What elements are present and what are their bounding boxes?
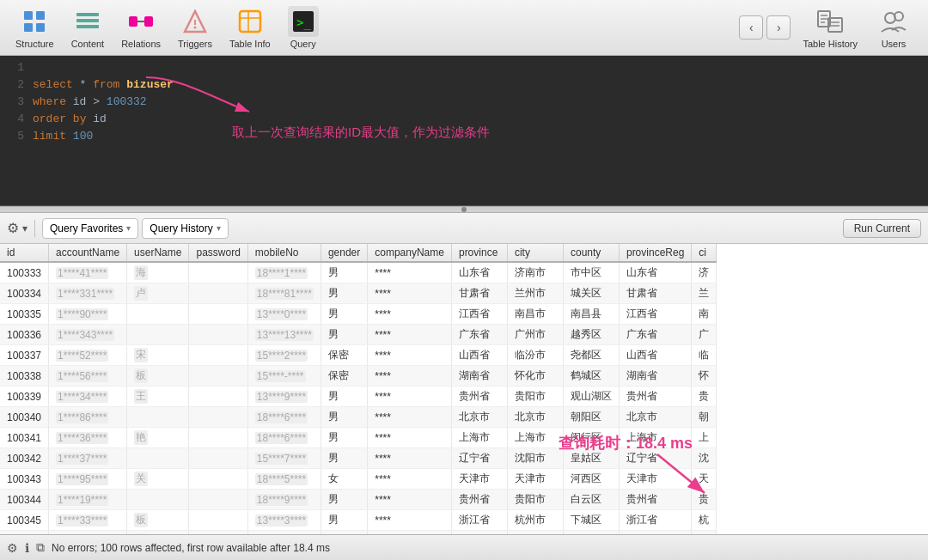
toolbar-relations[interactable]: Relations: [113, 3, 169, 52]
svg-rect-7: [129, 16, 137, 27]
table-cell: 艳: [127, 428, 189, 448]
query-toolbar: ⚙ ▾ Query Favorites ▾ Query History ▾ Ru…: [0, 213, 928, 244]
col-header-ci: ci: [692, 244, 717, 262]
toolbar-users[interactable]: Users: [870, 3, 918, 52]
table-cell: 皇姑区: [563, 448, 619, 469]
run-current-button[interactable]: Run Current: [843, 219, 921, 238]
table-cell: 1****90****: [49, 304, 127, 325]
table-row[interactable]: 1003341****331****卢18****81****男****甘肃省兰…: [0, 283, 717, 304]
query-history-dropdown[interactable]: Query History ▾: [142, 218, 228, 239]
table-cell: 1****95****: [49, 469, 127, 490]
table-cell: 贵州省: [619, 490, 691, 510]
status-copy-icon[interactable]: ⧉: [36, 540, 45, 555]
table-cell: 贵州省: [451, 387, 507, 407]
table-cell: [127, 490, 189, 510]
table-cell: 城关区: [563, 283, 619, 304]
table-row[interactable]: 1003421****37****15****7****男****辽宁省沈阳市皇…: [0, 448, 717, 469]
dropdown-arrow-settings[interactable]: ▾: [22, 222, 27, 234]
table-cell: 关: [127, 469, 189, 490]
table-row[interactable]: 1003381****56****板15****-****保密****湖南省怀化…: [0, 366, 717, 387]
table-cell: ****: [368, 510, 452, 531]
table-cell: 白云区: [563, 490, 619, 510]
table-cell: ****: [368, 448, 452, 469]
table-cell: 上海市: [451, 428, 507, 448]
table-cell: 15****2****: [247, 345, 321, 366]
favorites-caret: ▾: [126, 223, 131, 233]
table-cell: [189, 366, 247, 387]
toolbar-table-history[interactable]: Table History: [794, 3, 866, 52]
toolbar-query[interactable]: >_ Query: [279, 3, 327, 52]
editor-divider: [0, 206, 928, 213]
table-cell: [127, 407, 189, 428]
status-info-icon[interactable]: ℹ: [25, 541, 29, 555]
results-table-area[interactable]: idaccountNameuserNamepasswordmobileNogen…: [0, 244, 928, 534]
sql-line-1: 1: [7, 59, 921, 76]
table-cell: 鹤城区: [563, 366, 619, 387]
table-cell: 1****331****: [49, 283, 127, 304]
toolbar-tableinfo[interactable]: Table Info: [221, 3, 279, 52]
table-cell: 广: [692, 325, 717, 345]
sql-editor[interactable]: 1 2 select * from bizuser 3 where id > 1…: [0, 56, 928, 206]
table-cell: [189, 510, 247, 531]
table-cell: 男: [321, 510, 367, 531]
table-cell: 100334: [0, 283, 49, 304]
table-cell: 山东省: [619, 262, 691, 283]
table-cell: 兰: [692, 283, 717, 304]
table-cell: 河西区: [563, 469, 619, 490]
nav-forward[interactable]: ›: [766, 15, 791, 40]
svg-point-25: [885, 13, 895, 23]
table-cell: 观山湖区: [563, 387, 619, 407]
table-cell: 女: [321, 469, 367, 490]
table-cell: 沈阳市: [507, 448, 563, 469]
table-cell: 越秀区: [563, 325, 619, 345]
table-cell: 尧都区: [563, 345, 619, 366]
nav-back[interactable]: ‹: [739, 15, 763, 40]
table-cell: 海: [127, 262, 189, 283]
table-cell: ****: [368, 407, 452, 428]
table-cell: 15****7****: [247, 448, 321, 469]
toolbar-triggers[interactable]: Triggers: [169, 3, 221, 52]
table-cell: [189, 407, 247, 428]
table-cell: 15****-****: [247, 366, 321, 387]
table-row[interactable]: 1003331****41****海18****1****男****山东省济南市…: [0, 262, 717, 283]
table-row[interactable]: 1003371****52****宋15****2****保密****山西省临汾…: [0, 345, 717, 366]
table-cell: 18****1****: [247, 262, 321, 283]
col-header-city: city: [507, 244, 563, 262]
table-cell: 山东省: [451, 262, 507, 283]
table-cell: 13****9****: [247, 387, 321, 407]
table-cell: 男: [321, 325, 367, 345]
table-row[interactable]: 1003401****86****18****6****男****北京市北京市朝…: [0, 407, 717, 428]
sql-line-5: 5 limit 100: [7, 128, 921, 145]
table-cell: ****: [368, 366, 452, 387]
table-cell: [189, 304, 247, 325]
table-row[interactable]: 1003441****19****18****9****男****贵州省贵阳市白…: [0, 490, 717, 510]
table-row[interactable]: 1003431****95****关18****5****女****天津市天津市…: [0, 469, 717, 490]
sql-line-3: 3 where id > 100332: [7, 94, 921, 111]
table-cell: 辽宁省: [619, 448, 691, 469]
col-header-companyName: companyName: [368, 244, 452, 262]
query-favorites-dropdown[interactable]: Query Favorites ▾: [42, 218, 138, 239]
toolbar-content[interactable]: Content: [63, 3, 113, 52]
table-cell: 18****81****: [247, 283, 321, 304]
table-cell: ****: [368, 490, 452, 510]
table-cell: 保密: [321, 366, 367, 387]
svg-rect-1: [36, 11, 45, 20]
svg-rect-6: [76, 25, 99, 28]
table-row[interactable]: 1003351****90****13****0****男****江西省南昌市南…: [0, 304, 717, 325]
table-cell: 济: [692, 262, 717, 283]
table-row[interactable]: 1003391****34****王13****9****男****贵州省贵阳市…: [0, 387, 717, 407]
table-body: 1003331****41****海18****1****男****山东省济南市…: [0, 262, 717, 534]
table-cell: 兰州市: [507, 283, 563, 304]
table-row[interactable]: 1003361****343****13****13****男****广东省广州…: [0, 325, 717, 345]
table-cell: 下城区: [563, 510, 619, 531]
table-row[interactable]: 1003451****33****板13****3****男****浙江省杭州市…: [0, 510, 717, 531]
table-cell: [127, 448, 189, 469]
status-settings-icon[interactable]: ⚙: [7, 541, 18, 555]
table-cell: [127, 304, 189, 325]
table-row[interactable]: 1003411****36****艳18****6****男****上海市上海市…: [0, 428, 717, 448]
toolbar-structure[interactable]: Structure: [7, 3, 63, 52]
table-cell: 济南市: [507, 262, 563, 283]
settings-gear[interactable]: ⚙: [7, 220, 19, 236]
table-cell: 江西省: [451, 304, 507, 325]
table-cell: 男: [321, 283, 367, 304]
